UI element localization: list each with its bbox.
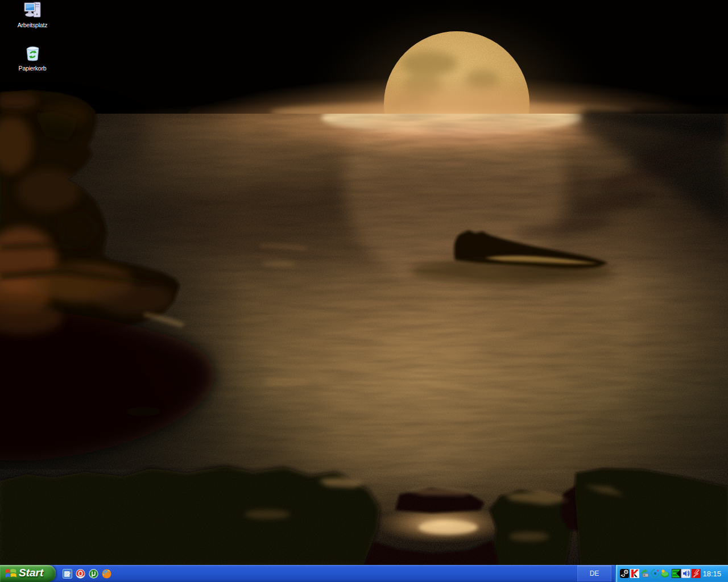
svg-text:PPP: PPP [673, 571, 678, 574]
svg-text:DSL: DSL [673, 574, 678, 577]
